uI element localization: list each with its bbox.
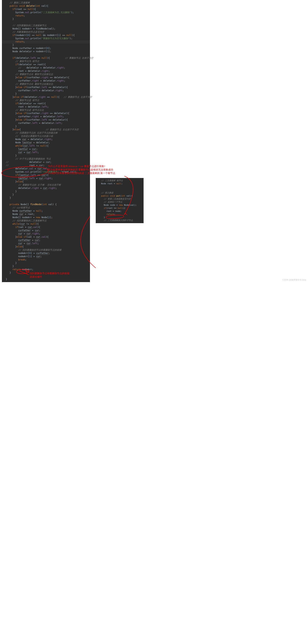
code-line: public void put(int val){ <box>96 194 144 198</box>
code-line: }else if(curFather.right == deleteCur){ <box>2 112 90 115</box>
code-line: while(cur != null){ <box>2 222 90 226</box>
main-code-editor[interactable]: // 删除二叉搜索树 public void delete(int val){ … <box>2 0 90 282</box>
code-line: }else if(deleteCur.right == null){ // 要删… <box>2 96 90 99</box>
annotation-why-not-cur: 为什么不是直接用 deletecur = cur 覆盖节点进行替换? 因为如果单… <box>48 164 140 175</box>
code-line: }else if(val < cur.val){ <box>2 236 90 239</box>
code-line: Node[] nodeArr = new Node[2]; <box>2 216 90 219</box>
code-line: } <box>2 154 90 157</box>
code-line: // 二叉搜索树插入到叶子节点 <box>96 219 144 222</box>
code-line: curFather.left = deleteCur.right; <box>2 89 90 92</box>
code-line: // 实例化一个节点 <box>96 200 144 204</box>
code-line: lastCur = cur; <box>2 148 90 151</box>
code-line: } <box>2 18 90 21</box>
code-line: System.out.println("二叉搜索树为空,无法删除"); <box>2 11 90 14</box>
code-line: // 判断要删除的节点是否为空 <box>2 30 90 34</box>
code-line: deleteCur.right = cur.right; <box>2 186 90 190</box>
code-line: Node cur = deleteCur.right; <box>2 138 90 141</box>
code-line <box>2 200 90 203</box>
code-line: }else if(curFather.left == deleteCur){ <box>2 118 90 122</box>
code-line: curFather.right = deleteCur.right; <box>2 79 90 82</box>
code-line: } <box>2 125 90 128</box>
code-line: // 二叉搜索树 根节点 <box>96 179 144 182</box>
code-line: nodeArr[1] = cur; <box>2 255 90 258</box>
code-line: // 要删除节点的 右子树 没有左孩子树 <box>2 183 90 186</box>
code-line: }else if(curFather.right == deleteCur){ <box>2 76 90 79</box>
annotation-line: 为什么不是直接用 deletecur = cur 覆盖节点进行替换? <box>48 164 140 168</box>
code-line: lastCur.left = cur.right; <box>2 177 90 180</box>
code-line: curFather = cur; <box>2 229 90 232</box>
code-line: } <box>2 196 90 200</box>
code-line: // 插入数据 <box>96 192 144 194</box>
side-code-editor[interactable]: // 二叉搜索树 根节点 Node root = null; // 插入数据 p… <box>96 178 144 223</box>
code-line <box>2 53 90 56</box>
code-line: } <box>2 190 90 193</box>
code-line: }else{ <box>2 245 90 248</box>
code-line: return nodeArr; <box>2 268 90 271</box>
code-line <box>2 21 90 24</box>
code-line: if(nodeArr[0] == null && nodeArr[1] == n… <box>2 34 90 37</box>
code-line: nodeArr[0] = curFather; <box>2 252 90 255</box>
code-line <box>96 185 144 188</box>
code-line: // 找到要删除的节点和要删除节点的前驱 <box>2 248 90 252</box>
code-line: // 找要删除节点的 右孩子节点的最左树 <box>2 131 90 134</box>
code-line: // 要删除节点在 删除节点前驱右边 <box>2 73 90 76</box>
code-line: curFather.right = deleteCur.left; <box>2 115 90 118</box>
code-line: // 找到要删除的二叉搜索树节点 <box>2 24 90 27</box>
code-line: if(deleteCur.left == null){ // 要删除节点 左孩子… <box>2 56 90 60</box>
code-line: // cur前驱节点 <box>2 206 90 209</box>
annotation-line: 就退出循环 <box>30 275 95 279</box>
code-line: cur = cur.left; <box>2 242 90 245</box>
annotation-line: 找到要删除节点和要删除节点的前驱 <box>30 272 95 275</box>
code-line: System.out.println("要删除节点为空无法删除"); <box>2 37 90 40</box>
code-line: // 叶子节点覆盖到要删除的 节点 <box>2 157 90 160</box>
code-line: } <box>2 193 90 196</box>
code-line: root = deleteCur.left; <box>2 105 90 108</box>
code-line: // 删除节点是 根节点右边 <box>2 108 90 112</box>
code-line: return; <box>2 14 90 18</box>
code-line: // 查看二叉搜索树是否为空 <box>96 198 144 200</box>
code-line: public void delete(int val){ <box>2 4 90 8</box>
code-line: Node[] nodeArr = findNode(val); <box>2 27 90 30</box>
code-line <box>96 188 144 192</box>
code-line: root = deleteCur.right; <box>2 70 90 73</box>
code-line: Node lastCur = deleteCur; <box>2 141 90 144</box>
code-line: private Node[] findNode(int val) { <box>2 203 90 206</box>
code-line: } <box>96 216 144 219</box>
code-line: Node root = null; <box>96 182 144 185</box>
code-line: if(deleteCur == root){ <box>2 63 90 66</box>
code-line: // 找到要删除的二叉搜索树节点 <box>2 219 90 222</box>
code-line: cur = cur.left; <box>2 151 90 154</box>
code-line: // 删除节点为 根节点 <box>2 60 90 63</box>
code-line: curFather.left = deleteCur.left; <box>2 122 90 125</box>
code-line: Node deleteCur = nodeArr[1]; <box>2 50 90 53</box>
code-line: break; <box>2 258 90 262</box>
code-line: }else{ <box>2 180 90 183</box>
code-line: // 删除二叉搜索树 <box>2 1 90 4</box>
code-line: // deleteCur = deleteCur.right; <box>2 66 90 70</box>
watermark: CSDN @做梦都在学Java <box>282 278 306 281</box>
code-line: } <box>2 262 90 265</box>
code-line: cur = cur.right; <box>2 232 90 236</box>
annotation-break: 找到要删除节点和要删除节点的前驱 就退出循环 <box>30 272 95 279</box>
code-line: return; <box>96 213 144 216</box>
code-line: if(val > cur.val){ <box>2 226 90 229</box>
code-line: Node node = new Node(val); <box>96 204 144 207</box>
code-line: } <box>2 44 90 47</box>
code-line: if(root == null){ <box>96 207 144 210</box>
code-line: } <box>2 92 90 96</box>
code-line: if(deleteCur == root){ <box>2 102 90 105</box>
code-line: // 也就是比要删除节点大的最小值 <box>2 134 90 138</box>
annotation-line: root此时没有被替换仍然指向的是 二叉搜索树的 第一个根节点 <box>48 172 140 175</box>
code-line: // 要删除节点在 删除节点前驱左边 <box>2 82 90 86</box>
code-line: Node curFather = nodeArr[0]; <box>2 47 90 50</box>
code-line: root = node; <box>96 210 144 213</box>
code-line: return; <box>2 40 90 44</box>
annotation-line: 因为如果单单这样替换的话 要删除节点是根就无法替换成功 <box>48 168 140 172</box>
code-line: // deleteCur = cur; <box>2 160 90 164</box>
code-line: // 删除节点是 根节点 <box>2 99 90 102</box>
code-line: }else if(curFather.left == deleteCur){ <box>2 86 90 89</box>
code-line: curFather = cur; <box>2 239 90 242</box>
code-line: Node curFather = null; <box>2 209 90 213</box>
code-line: } <box>2 265 90 268</box>
code-line: while(cur.left != null){ <box>2 144 90 148</box>
